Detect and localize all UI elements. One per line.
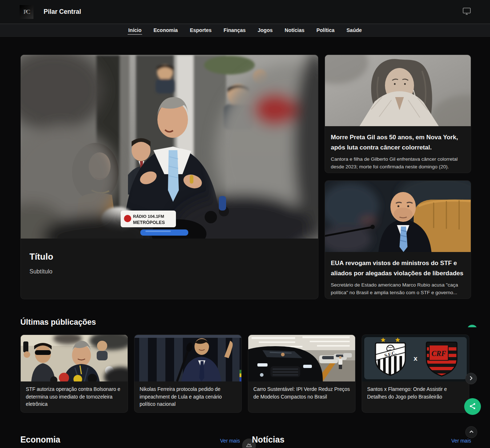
nav-item-jogos[interactable]: Jogos	[257, 26, 273, 35]
latest-card-image	[248, 335, 355, 381]
radio-metropoles-label: RÁDIO 104.1FM METRÓPOLES	[121, 211, 176, 227]
latest-card-title: Santos x Flamengo: Onde Assistir e Detal…	[362, 381, 469, 401]
side-article-title: Morre Preta Gil aos 50 anos, em Nova Yor…	[331, 132, 465, 152]
hero-article-card[interactable]: RÁDIO 104.1FM METRÓPOLES Título Subtítul…	[20, 55, 318, 299]
side-article-body: EUA revogam vistos de ministros do STF e…	[325, 252, 471, 297]
hero-article-body: Título Subtítulo	[21, 239, 318, 275]
noticias-section-header: Notícias Ver mais	[252, 435, 471, 445]
latest-card-ipi-verde[interactable]: Carro Sustentável: IPI Verde Reduz Preço…	[248, 335, 356, 413]
side-article-body: Morre Preta Gil aos 50 anos, em Nova Yor…	[325, 126, 471, 171]
latest-card-santos-flamengo[interactable]: S.F.C. x CRF	[362, 335, 469, 413]
nav-item-esportes[interactable]: Esportes	[189, 26, 212, 35]
share-button[interactable]	[464, 398, 481, 415]
versus-label: x	[414, 355, 418, 362]
latest-publications-heading: Últimas públicações	[20, 318, 96, 327]
display-mode-button[interactable]	[462, 7, 471, 16]
economia-ver-mais-link[interactable]: Ver mais	[220, 438, 240, 444]
nav-item-noticias[interactable]: Notícias	[284, 26, 305, 35]
side-article-preta-gil[interactable]: Morre Preta Gil aos 50 anos, em Nova Yor…	[325, 55, 471, 173]
nikolas-podium-illustration	[134, 335, 241, 381]
share-icon	[469, 402, 477, 411]
nav-item-economia[interactable]: Economia	[153, 26, 178, 35]
economia-section-header: Economia Ver mais	[20, 435, 240, 445]
side-article-title: EUA revogam vistos de ministros do STF e…	[331, 258, 465, 278]
latest-card-title: STF autoriza operação contra Bolsonaro e…	[21, 381, 128, 408]
hero-article-image: RÁDIO 104.1FM METRÓPOLES	[21, 55, 318, 239]
top-bar: PC Pilar Central	[0, 0, 490, 24]
site-logo[interactable]: PC	[20, 5, 33, 19]
economia-section-title: Economia	[20, 435, 60, 445]
nav-item-politica[interactable]: Política	[316, 26, 335, 35]
pilar-central-page: { "header": { "logo": "PC", "brand": "Pi…	[0, 0, 490, 448]
noticias-section-title: Notícias	[252, 435, 284, 445]
santos-flamengo-match-illustration: S.F.C. x CRF	[364, 337, 467, 379]
carousel-next-button[interactable]	[465, 373, 477, 384]
nav-item-financas[interactable]: Finanças	[223, 26, 246, 35]
main-nav: Início Economia Esportes Finanças Jogos …	[0, 24, 490, 37]
side-article-image	[325, 181, 471, 252]
press-conference-illustration: RÁDIO 104.1FM METRÓPOLES	[21, 55, 318, 239]
bolsonaro-press-illustration	[21, 335, 128, 381]
latest-card-nikolas-impeachment[interactable]: Nikolas Ferreira protocola pedido de imp…	[134, 335, 242, 413]
moraes-portrait-illustration	[325, 181, 471, 252]
latest-card-image	[21, 335, 128, 381]
side-article-stf-vistos[interactable]: EUA revogam vistos de ministros do STF e…	[325, 180, 471, 299]
car-factory-illustration	[248, 335, 355, 381]
side-article-image	[325, 55, 471, 126]
side-article-excerpt: Secretário de Estado americano Marco Rub…	[331, 281, 465, 297]
latest-card-title: Carro Sustentável: IPI Verde Reduz Preço…	[248, 381, 355, 401]
latest-publications-carousel: STF autoriza operação contra Bolsonaro e…	[20, 335, 469, 413]
chevron-right-icon	[468, 375, 474, 382]
latest-card-image	[134, 335, 241, 381]
hero-article-title: Título	[29, 252, 309, 262]
latest-card-stf-bolsonaro[interactable]: STF autoriza operação contra Bolsonaro e…	[20, 335, 128, 413]
latest-card-title: Nikolas Ferreira protocola pedido de imp…	[134, 381, 241, 408]
side-article-excerpt: Cantora e filha de Gilberto Gil enfrenta…	[331, 156, 465, 171]
svg-text:CRF: CRF	[431, 349, 446, 357]
noticias-ver-mais-link[interactable]: Ver mais	[451, 438, 471, 444]
monitor-icon	[462, 7, 471, 16]
side-articles-column: Morre Preta Gil aos 50 anos, em Nova Yor…	[325, 55, 471, 299]
svg-text:METRÓPOLES: METRÓPOLES	[133, 220, 165, 225]
nav-item-saude[interactable]: Saúde	[346, 26, 362, 35]
svg-text:RÁDIO 104.1FM: RÁDIO 104.1FM	[133, 214, 164, 219]
site-brand: Pilar Central	[44, 8, 81, 16]
preta-gil-portrait-illustration	[325, 55, 471, 126]
latest-card-image: S.F.C. x CRF	[362, 335, 469, 381]
hidden-green-button-arc	[467, 325, 477, 327]
hero-article-subtitle: Subtítulo	[29, 268, 309, 275]
nav-item-inicio[interactable]: Início	[128, 26, 142, 35]
